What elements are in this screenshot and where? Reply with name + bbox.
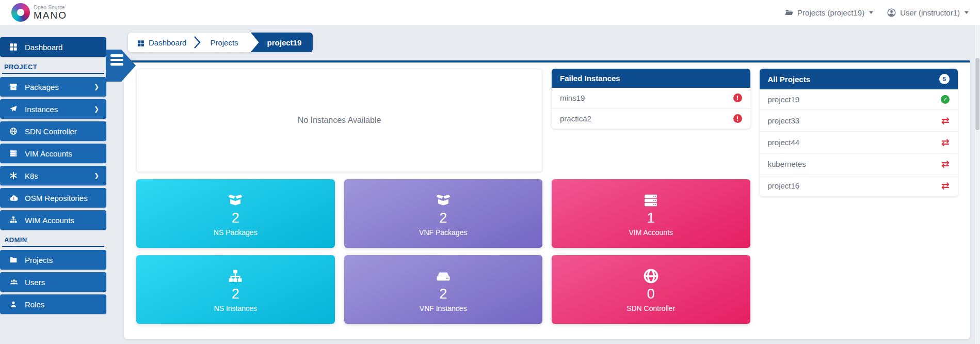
breadcrumb-projects[interactable]: Projects bbox=[201, 38, 245, 47]
project-name: project19 bbox=[768, 95, 800, 104]
hdd-icon bbox=[435, 267, 452, 284]
stat-value: 2 bbox=[232, 210, 239, 226]
osm-logo: Open Source MANO bbox=[11, 3, 67, 22]
stat-card-vnf-instances[interactable]: 2 VNF Instances bbox=[344, 255, 543, 324]
all-projects-header: All Projects 5 bbox=[760, 69, 958, 89]
logo-text-bottom: MANO bbox=[34, 10, 67, 20]
sitemap-icon bbox=[227, 267, 244, 284]
sidebar-item-label: Roles bbox=[25, 300, 99, 309]
error-icon: ! bbox=[733, 93, 742, 102]
cloud-download-icon bbox=[9, 194, 25, 202]
box-open-icon bbox=[435, 191, 452, 208]
globe-icon bbox=[9, 127, 25, 135]
projects-dropdown-label: Projects (project19) bbox=[797, 8, 864, 17]
sidebar-item-label: WIM Accounts bbox=[25, 216, 99, 225]
caret-down-icon bbox=[965, 11, 969, 14]
instance-name: mins19 bbox=[560, 93, 585, 102]
stat-value: 2 bbox=[232, 286, 239, 302]
stat-label: VNF Packages bbox=[419, 228, 467, 237]
sidebar-item-instances[interactable]: Instances ❯ bbox=[0, 99, 106, 119]
sidebar-item-label: VIM Accounts bbox=[25, 149, 99, 158]
failed-instances-card: Failed Instances mins19 ! practica2 ! bbox=[552, 69, 750, 129]
sidebar-item-roles[interactable]: Roles bbox=[0, 294, 106, 314]
sidebar-item-packages[interactable]: Packages ❯ bbox=[0, 77, 106, 97]
paper-plane-icon bbox=[9, 105, 25, 113]
sitemap-icon bbox=[9, 216, 25, 224]
chevron-right-icon: ❯ bbox=[94, 105, 99, 113]
top-header: Open Source MANO Projects (project19) Us… bbox=[0, 0, 980, 25]
sidebar-item-label: K8s bbox=[25, 171, 94, 180]
asterisk-icon bbox=[9, 171, 25, 180]
sidebar-item-label: Instances bbox=[25, 105, 94, 114]
sidebar-item-projects[interactable]: Projects bbox=[0, 250, 106, 270]
chevron-right-icon: ❯ bbox=[94, 83, 99, 90]
sidebar-item-vim-accounts[interactable]: VIM Accounts bbox=[0, 144, 106, 163]
chevron-separator-icon bbox=[194, 36, 201, 49]
sidebar-item-osm-repositories[interactable]: OSM Repositories bbox=[0, 188, 106, 208]
project-row[interactable]: project19 ✓ bbox=[760, 89, 958, 110]
dashboard-grid-icon bbox=[9, 43, 25, 51]
globe-icon bbox=[643, 267, 659, 284]
stat-value: 2 bbox=[439, 210, 447, 226]
stat-card-vnf-packages[interactable]: 2 VNF Packages bbox=[344, 179, 543, 248]
page-scrollbar[interactable] bbox=[975, 25, 980, 344]
sidebar-item-users[interactable]: Users bbox=[0, 272, 106, 292]
sidebar-item-sdn-controller[interactable]: SDN Controller bbox=[0, 121, 106, 141]
dashboard-grid-icon bbox=[137, 38, 144, 46]
failed-instance-row[interactable]: practica2 ! bbox=[552, 108, 750, 129]
stat-label: VNF Instances bbox=[420, 304, 467, 312]
sidebar-item-label: Packages bbox=[25, 83, 94, 91]
stat-label: VIM Accounts bbox=[629, 228, 673, 237]
sidebar-item-wim-accounts[interactable]: WIM Accounts bbox=[0, 210, 106, 230]
sidebar-item-label: Dashboard bbox=[25, 43, 99, 52]
switch-project-icon[interactable]: ⇄ bbox=[941, 116, 950, 126]
switch-project-icon[interactable]: ⇄ bbox=[941, 137, 950, 147]
box-icon bbox=[9, 83, 25, 91]
failed-instance-row[interactable]: mins19 ! bbox=[552, 88, 750, 108]
stat-value: 2 bbox=[439, 286, 447, 302]
user-dropdown[interactable]: User (instructor1) bbox=[887, 8, 969, 18]
sidebar-item-label: Projects bbox=[25, 256, 99, 264]
no-instances-text: No Instances Available bbox=[298, 116, 381, 125]
project-name: project44 bbox=[768, 138, 800, 147]
project-row[interactable]: project33 ⇄ bbox=[760, 110, 958, 132]
sidebar: Dashboard PROJECT Packages ❯ Instances ❯… bbox=[0, 25, 109, 344]
stat-card-ns-instances[interactable]: 2 NS Instances bbox=[136, 255, 335, 324]
instance-name: practica2 bbox=[560, 114, 591, 123]
projects-dropdown[interactable]: Projects (project19) bbox=[784, 8, 873, 17]
project-row[interactable]: project44 ⇄ bbox=[760, 132, 958, 153]
user-dropdown-label: User (instructor1) bbox=[900, 8, 960, 17]
stat-card-sdn-controller[interactable]: 0 SDN Controller bbox=[552, 255, 750, 324]
users-icon bbox=[9, 278, 25, 286]
active-project-check-icon: ✓ bbox=[941, 95, 950, 104]
user-icon bbox=[9, 300, 25, 308]
projects-count-badge: 5 bbox=[939, 74, 950, 84]
stat-label: SDN Controller bbox=[626, 304, 675, 312]
project-row[interactable]: project16 ⇄ bbox=[760, 175, 958, 196]
breadcrumb-label: Dashboard bbox=[149, 38, 186, 47]
sidebar-section-admin: ADMIN bbox=[2, 235, 104, 247]
sidebar-item-label: Users bbox=[25, 278, 99, 287]
project-row[interactable]: kubernetes ⇄ bbox=[760, 153, 958, 175]
breadcrumb: Dashboard Projects project19 bbox=[128, 33, 313, 52]
breadcrumb-active-project19: project19 bbox=[251, 33, 313, 52]
no-instances-card: No Instances Available bbox=[136, 69, 542, 172]
server-icon bbox=[642, 191, 659, 208]
card-title: Failed Instances bbox=[560, 74, 620, 83]
switch-project-icon[interactable]: ⇄ bbox=[941, 159, 950, 169]
sidebar-item-k8s[interactable]: K8s ❯ bbox=[0, 166, 106, 185]
error-icon: ! bbox=[733, 114, 742, 123]
switch-project-icon[interactable]: ⇄ bbox=[941, 181, 950, 191]
osm-logo-icon bbox=[11, 3, 30, 22]
stat-card-vim-accounts[interactable]: 1 VIM Accounts bbox=[552, 179, 750, 248]
stat-label: NS Packages bbox=[214, 228, 258, 237]
caret-down-icon bbox=[869, 11, 873, 14]
sidebar-item-dashboard[interactable]: Dashboard bbox=[0, 37, 106, 57]
breadcrumb-dashboard[interactable]: Dashboard bbox=[128, 38, 194, 46]
scrollbar-thumb[interactable] bbox=[975, 58, 979, 130]
stat-card-ns-packages[interactable]: 2 NS Packages bbox=[136, 179, 335, 248]
project-name: project16 bbox=[768, 181, 800, 190]
sidebar-item-label: OSM Repositories bbox=[25, 194, 99, 202]
user-circle-icon bbox=[887, 8, 896, 18]
project-name: kubernetes bbox=[768, 160, 806, 168]
